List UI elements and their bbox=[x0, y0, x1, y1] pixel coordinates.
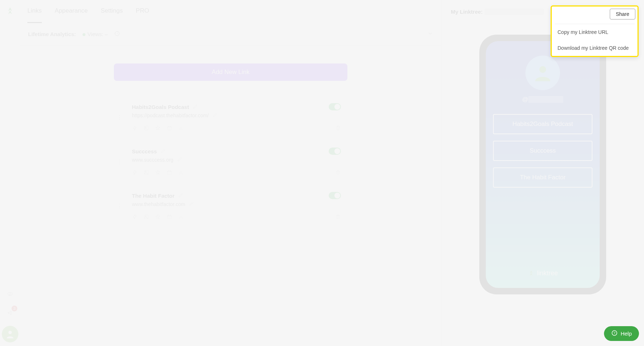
trash-icon[interactable] bbox=[335, 170, 341, 176]
add-new-link-button[interactable]: Add New Link bbox=[114, 63, 347, 81]
link-title: Succcess bbox=[132, 148, 157, 154]
pencil-icon[interactable] bbox=[160, 148, 166, 155]
views-count: Views: – bbox=[88, 31, 108, 37]
pencil-icon[interactable] bbox=[178, 192, 184, 199]
preview-link-button[interactable]: The Habit Factor bbox=[493, 167, 592, 188]
svg-rect-7 bbox=[168, 126, 172, 130]
image-icon[interactable] bbox=[143, 125, 149, 132]
tab-appearance[interactable]: Appearance bbox=[55, 0, 88, 23]
pencil-icon[interactable] bbox=[177, 156, 183, 163]
profile-username: @user bbox=[522, 96, 563, 103]
pencil-icon[interactable] bbox=[192, 104, 198, 110]
main-tabs: Links Appearance Settings PRO bbox=[20, 0, 441, 23]
editor-pane: Links Appearance Settings PRO Lifetime A… bbox=[20, 0, 441, 346]
trash-icon[interactable] bbox=[335, 126, 341, 132]
person-icon bbox=[525, 56, 560, 90]
download-qr-item[interactable]: Download my Linktree QR code bbox=[552, 40, 638, 56]
svg-text:?: ? bbox=[9, 293, 11, 295]
preview-link-button[interactable]: Succcess bbox=[493, 141, 592, 161]
star-icon[interactable] bbox=[155, 170, 161, 177]
pencil-icon[interactable] bbox=[212, 112, 218, 119]
svg-point-12 bbox=[145, 216, 146, 217]
notification-badge: 3 bbox=[12, 306, 17, 311]
help-button[interactable]: ? Help bbox=[604, 326, 639, 341]
tab-settings[interactable]: Settings bbox=[101, 0, 123, 23]
analytics-label: Lifetime Analytics: bbox=[28, 31, 76, 37]
help-bubble-icon[interactable]: ? bbox=[4, 288, 16, 300]
status-dot-icon bbox=[83, 33, 85, 36]
announcements-icon[interactable]: 3 bbox=[4, 307, 16, 319]
drag-handle-icon[interactable]: ⋮ bbox=[114, 187, 125, 225]
link-toggle[interactable] bbox=[329, 103, 341, 110]
linktree-brand: linktree bbox=[528, 270, 558, 277]
link-card: ⋮ Succcess www.succcess.org bbox=[114, 143, 347, 181]
tab-pro[interactable]: PRO bbox=[136, 0, 149, 23]
pencil-icon[interactable] bbox=[189, 201, 195, 207]
help-icon[interactable]: ? bbox=[114, 31, 120, 38]
chart-icon[interactable] bbox=[178, 125, 184, 132]
calendar-icon[interactable] bbox=[166, 170, 172, 177]
chevron-down-icon[interactable] bbox=[427, 31, 433, 38]
tab-links[interactable]: Links bbox=[27, 0, 42, 23]
phone-preview: @user Habits2Goals Podcast Succcess The … bbox=[479, 35, 606, 294]
bolt-icon[interactable] bbox=[132, 170, 138, 177]
drag-handle-icon[interactable]: ⋮ bbox=[114, 98, 125, 137]
link-title: The Habit Factor bbox=[132, 193, 174, 199]
link-card: ⋮ The Habit Factor www.thehabitfactor.co… bbox=[114, 187, 347, 225]
linktree-url[interactable]: hidden bbox=[484, 9, 544, 15]
link-url: www.thehabitfactor.com bbox=[132, 201, 185, 207]
linktree-logo-icon[interactable] bbox=[5, 6, 15, 17]
bolt-icon[interactable] bbox=[132, 214, 138, 221]
share-dropdown: Share Copy my Linktree URL Download my L… bbox=[551, 5, 639, 57]
svg-text:?: ? bbox=[116, 32, 118, 35]
link-title: Habits2Goals Podcast bbox=[132, 104, 189, 110]
svg-point-6 bbox=[145, 127, 146, 128]
star-icon[interactable] bbox=[155, 125, 161, 132]
link-url: https://podcast.thehabitfactor.com/ bbox=[132, 113, 209, 118]
calendar-icon[interactable] bbox=[166, 214, 172, 221]
svg-point-14 bbox=[539, 66, 546, 73]
chart-icon[interactable] bbox=[178, 170, 184, 177]
user-avatar[interactable] bbox=[2, 326, 18, 342]
svg-rect-13 bbox=[168, 215, 172, 219]
link-toggle[interactable] bbox=[329, 148, 341, 155]
link-toggle[interactable] bbox=[329, 192, 341, 199]
left-nav-rail: ? 3 bbox=[0, 0, 20, 346]
bolt-icon[interactable] bbox=[132, 125, 138, 132]
svg-point-2 bbox=[8, 331, 12, 334]
chart-icon[interactable] bbox=[178, 214, 184, 221]
link-url: www.succcess.org bbox=[132, 157, 173, 163]
analytics-bar[interactable]: Lifetime Analytics: Views: – ? bbox=[20, 23, 441, 45]
svg-rect-10 bbox=[168, 171, 172, 174]
svg-point-9 bbox=[145, 171, 146, 172]
preview-link-button[interactable]: Habits2Goals Podcast bbox=[493, 114, 592, 134]
help-circle-icon: ? bbox=[611, 330, 618, 337]
image-icon[interactable] bbox=[143, 214, 149, 221]
image-icon[interactable] bbox=[143, 170, 149, 177]
svg-text:?: ? bbox=[614, 331, 616, 335]
my-linktree-label: My Linktree: bbox=[451, 9, 483, 15]
trash-icon[interactable] bbox=[335, 215, 341, 221]
calendar-icon[interactable] bbox=[166, 125, 172, 132]
share-button[interactable]: Share bbox=[610, 9, 635, 19]
star-icon[interactable] bbox=[155, 214, 161, 221]
copy-url-item[interactable]: Copy my Linktree URL bbox=[552, 24, 638, 40]
link-card: ⋮ Habits2Goals Podcast https://podcast.t… bbox=[114, 98, 347, 137]
drag-handle-icon[interactable]: ⋮ bbox=[114, 143, 125, 181]
